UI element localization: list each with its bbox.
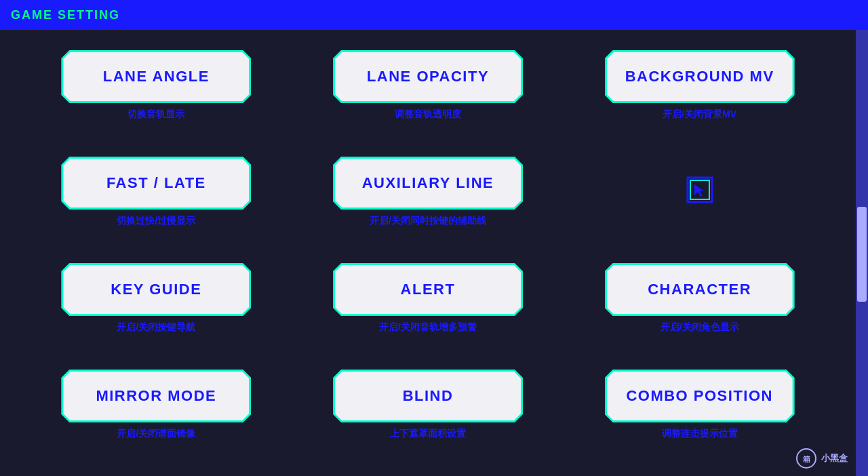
cell-blind: BLIND 上下遮罩面积设置 — [292, 363, 564, 462]
cell-character: CHARACTER 开启/关闭角色显示 — [564, 256, 835, 356]
btn-label-character: CHARACTER — [648, 281, 751, 298]
btn-label-background-mv: BACKGROUND MV — [625, 68, 774, 85]
btn-lane-angle[interactable]: LANE ANGLE — [61, 50, 251, 103]
btn-combo-position[interactable]: COMBO POSITION — [605, 370, 795, 422]
cell-alert: ALERT 开启/关闭音轨增多预警 — [292, 256, 564, 356]
btn-label-combo-position: COMBO POSITION — [626, 387, 773, 405]
main-content: LANE ANGLE 切换音轨显示 LANE OPACITY 调整音轨透明度 B… — [0, 30, 868, 476]
btn-label-lane-angle: LANE ANGLE — [103, 68, 210, 85]
btn-alert[interactable]: ALERT — [333, 263, 523, 316]
btn-label-auxiliary-line: AUXILIARY LINE — [362, 174, 494, 192]
desc-key-guide: 开启/关闭按键导航 — [117, 321, 195, 334]
btn-character[interactable]: CHARACTER — [605, 263, 795, 316]
desc-blind: 上下遮罩面积设置 — [390, 428, 466, 440]
desc-background-mv: 开启/关闭背景MV — [663, 108, 736, 121]
cell-lane-opacity: LANE OPACITY 调整音轨透明度 — [292, 43, 564, 143]
scrollbar-thumb[interactable] — [857, 207, 867, 302]
desc-character: 开启/关闭角色显示 — [660, 321, 739, 334]
btn-label-lane-opacity: LANE OPACITY — [367, 68, 489, 85]
btn-mirror-mode[interactable]: MIRROR MODE — [61, 370, 251, 422]
desc-alert: 开启/关闭音轨增多预警 — [379, 321, 477, 334]
cell-auxiliary-line: AUXILIARY LINE 开启/关闭同时按键的辅助线 — [292, 150, 564, 250]
svg-marker-2 — [694, 184, 704, 197]
btn-label-alert: ALERT — [401, 281, 456, 298]
cell-key-guide: KEY GUIDE 开启/关闭按键导航 — [20, 256, 292, 356]
title-bar: GAME SETTING — [0, 0, 868, 30]
watermark-label: 小黑盒 — [821, 452, 848, 464]
cursor-icon — [683, 173, 717, 207]
btn-label-key-guide: KEY GUIDE — [111, 281, 201, 298]
btn-key-guide[interactable]: KEY GUIDE — [61, 263, 251, 316]
btn-fast-late[interactable]: FAST / LATE — [61, 157, 251, 210]
title-text: GAME SETTING — [11, 8, 120, 22]
desc-mirror-mode: 开启/关闭谱面镜像 — [117, 428, 195, 440]
btn-lane-opacity[interactable]: LANE OPACITY — [333, 50, 523, 103]
settings-grid: LANE ANGLE 切换音轨显示 LANE OPACITY 调整音轨透明度 B… — [0, 30, 856, 476]
btn-blind[interactable]: BLIND — [333, 370, 523, 422]
cell-background-mv: BACKGROUND MV 开启/关闭背景MV — [564, 43, 835, 143]
cell-fast-late: FAST / LATE 切换过快/过慢显示 — [20, 150, 292, 250]
watermark: 箱 小黑盒 — [795, 448, 848, 469]
btn-label-mirror-mode: MIRROR MODE — [96, 387, 216, 405]
desc-fast-late: 切换过快/过慢显示 — [117, 215, 195, 227]
desc-combo-position: 调整连击提示位置 — [662, 428, 738, 440]
empty-cursor-cell — [564, 150, 835, 250]
scrollbar-track[interactable] — [856, 30, 868, 476]
cell-lane-angle: LANE ANGLE 切换音轨显示 — [20, 43, 292, 143]
desc-auxiliary-line: 开启/关闭同时按键的辅助线 — [370, 215, 486, 227]
svg-text:箱: 箱 — [803, 455, 810, 463]
btn-background-mv[interactable]: BACKGROUND MV — [605, 50, 795, 103]
desc-lane-angle: 切换音轨显示 — [127, 108, 184, 121]
btn-auxiliary-line[interactable]: AUXILIARY LINE — [333, 157, 523, 210]
watermark-logo-icon: 箱 — [795, 448, 817, 469]
btn-label-fast-late: FAST / LATE — [106, 174, 206, 192]
btn-label-blind: BLIND — [403, 387, 454, 405]
cell-combo-position: COMBO POSITION 调整连击提示位置 — [564, 363, 835, 462]
cell-mirror-mode: MIRROR MODE 开启/关闭谱面镜像 — [20, 363, 292, 462]
desc-lane-opacity: 调整音轨透明度 — [395, 108, 461, 121]
